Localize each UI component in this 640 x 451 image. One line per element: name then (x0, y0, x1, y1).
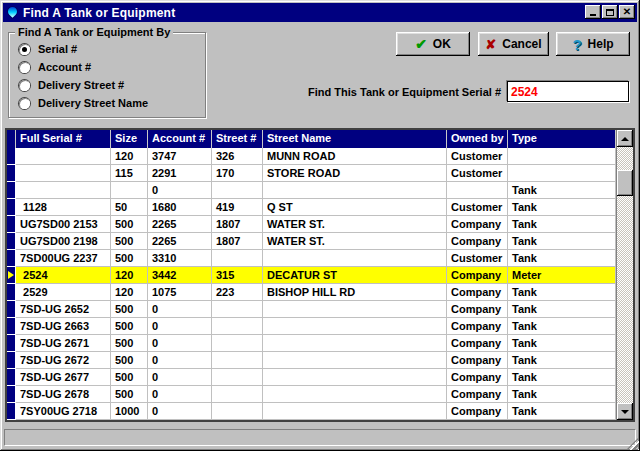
results-grid: Full Serial #SizeAccount #Street #Street… (5, 128, 635, 422)
table-cell (263, 369, 447, 386)
table-cell: Tank (508, 403, 616, 420)
cancel-button[interactable]: ✘ Cancel (478, 32, 549, 56)
table-cell: Company (447, 216, 508, 233)
table-cell: 170 (212, 165, 263, 182)
help-button-label: Help (588, 37, 614, 51)
serial-search-input[interactable] (507, 81, 629, 102)
table-cell (111, 182, 148, 199)
table-cell: Tank (508, 250, 616, 267)
column-header[interactable]: Account # (148, 130, 212, 148)
table-cell: 500 (111, 233, 148, 250)
radio-option-account[interactable]: Account # (19, 61, 205, 73)
table-cell (212, 386, 263, 403)
radio-option-label: Serial # (38, 43, 77, 55)
column-header[interactable]: Full Serial # (16, 130, 111, 148)
arrow-down-icon (621, 410, 629, 414)
table-row[interactable]: 1128501680419Q STCustomerTank (7, 199, 616, 216)
table-cell: 0 (148, 318, 212, 335)
table-cell: 500 (111, 386, 148, 403)
row-indicator (7, 403, 16, 420)
ok-button[interactable]: ✔ OK (396, 32, 470, 56)
window-title: Find A Tank or Equipment (23, 6, 175, 20)
table-row[interactable]: UG7SD00 219850022651807WATER ST.CompanyT… (7, 233, 616, 250)
minimize-button[interactable] (585, 5, 601, 19)
table-row[interactable]: 7SD-UG 26785000CompanyTank (7, 386, 616, 403)
table-cell: WATER ST. (263, 216, 447, 233)
table-cell: 315 (212, 267, 263, 284)
table-row[interactable]: 25241203442315DECATUR STCompanyMeter (7, 267, 616, 284)
maximize-button[interactable] (602, 5, 618, 19)
table-row[interactable]: 7SD-UG 26525000CompanyTank (7, 301, 616, 318)
table-cell: 7SD-UG 2672 (16, 352, 111, 369)
table-cell (263, 318, 447, 335)
table-row[interactable]: 1203747326MUNN ROADCustomer (7, 148, 616, 165)
selected-row-indicator (7, 267, 16, 284)
table-cell: 1000 (111, 403, 148, 420)
checkmark-icon: ✔ (415, 36, 427, 52)
scroll-up-button[interactable] (617, 130, 633, 147)
radio-button-icon[interactable] (19, 44, 30, 55)
minimize-icon (590, 14, 596, 16)
title-bar[interactable]: Find A Tank or Equipment ✕ (3, 3, 637, 22)
radio-option-delivery-street[interactable]: Delivery Street # (19, 79, 205, 91)
radio-option-delivery-street-name[interactable]: Delivery Street Name (19, 97, 205, 109)
table-cell: Company (447, 352, 508, 369)
table-cell: Tank (508, 199, 616, 216)
table-cell: 500 (111, 216, 148, 233)
table-row[interactable]: 7SD-UG 26635000CompanyTank (7, 318, 616, 335)
table-cell: Company (447, 403, 508, 420)
row-indicator (7, 352, 16, 369)
help-button[interactable]: ? Help (556, 32, 630, 56)
scrollbar-thumb[interactable] (617, 170, 633, 196)
table-row[interactable]: 7SD00UG 22375003310CustomerTank (7, 250, 616, 267)
vertical-scrollbar[interactable] (616, 130, 633, 420)
table-cell: 120 (111, 267, 148, 284)
table-cell (212, 250, 263, 267)
table-row[interactable]: 0Tank (7, 182, 616, 199)
table-cell: 3310 (148, 250, 212, 267)
table-row[interactable]: 7SD-UG 26715000CompanyTank (7, 335, 616, 352)
table-row[interactable]: 7SD-UG 26775000CompanyTank (7, 369, 616, 386)
radio-button-icon[interactable] (19, 80, 30, 91)
table-cell: Q ST (263, 199, 447, 216)
table-cell: Customer (447, 250, 508, 267)
table-cell: Company (447, 386, 508, 403)
table-cell (212, 182, 263, 199)
column-header[interactable]: Street # (212, 130, 263, 148)
radio-button-icon[interactable] (19, 98, 30, 109)
table-cell: 1075 (148, 284, 212, 301)
table-cell: 2265 (148, 233, 212, 250)
table-cell: 500 (111, 352, 148, 369)
table-row[interactable]: 7SD-UG 26725000CompanyTank (7, 352, 616, 369)
close-button[interactable]: ✕ (619, 5, 635, 19)
radio-button-icon[interactable] (19, 62, 30, 73)
table-row[interactable]: UG7SD00 215350022651807WATER ST.CompanyT… (7, 216, 616, 233)
header-indicator-cell (7, 130, 16, 148)
column-header[interactable]: Size (111, 130, 148, 148)
table-cell: Company (447, 267, 508, 284)
table-row[interactable]: 25291201075223BISHOP HILL RDCompanyTank (7, 284, 616, 301)
table-row[interactable]: 7SY00UG 271810000CompanyTank (7, 403, 616, 420)
table-cell: UG7SD00 2153 (16, 216, 111, 233)
table-cell: Tank (508, 284, 616, 301)
column-header[interactable]: Street Name (263, 130, 447, 148)
find-by-options: Serial #Account #Delivery Street #Delive… (9, 33, 205, 109)
column-header[interactable]: Owned by (447, 130, 508, 148)
table-cell (263, 182, 447, 199)
table-row[interactable]: 1152291170STORE ROADCustomer (7, 165, 616, 182)
table-cell: Tank (508, 335, 616, 352)
table-cell (263, 386, 447, 403)
table-body: 1203747326MUNN ROADCustomer1152291170STO… (7, 148, 616, 420)
radio-option-serial[interactable]: Serial # (19, 43, 205, 55)
table-cell: Company (447, 369, 508, 386)
table-cell: 1680 (148, 199, 212, 216)
table-cell (508, 148, 616, 165)
radio-option-label: Delivery Street # (38, 79, 124, 91)
table-cell: Customer (447, 165, 508, 182)
row-indicator (7, 318, 16, 335)
table-cell: 7SD-UG 2663 (16, 318, 111, 335)
table-cell: 500 (111, 369, 148, 386)
table-cell: Customer (447, 199, 508, 216)
scroll-down-button[interactable] (617, 403, 633, 420)
column-header[interactable]: Type (508, 130, 616, 148)
